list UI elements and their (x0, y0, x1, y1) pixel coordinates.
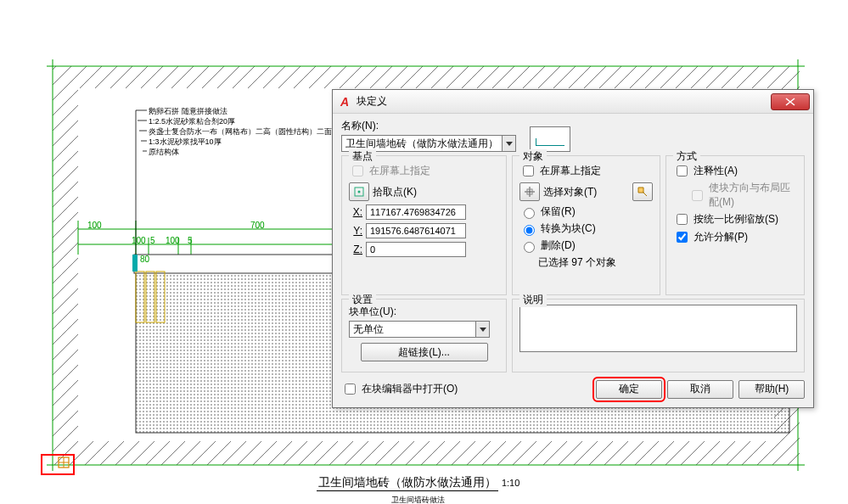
dialog-title: 块定义 (357, 94, 771, 109)
table-icon (58, 456, 70, 468)
selection-count: 已选择 97 个对象 (538, 255, 653, 270)
chk-allow-explode[interactable]: 允许分解(P) (673, 229, 797, 245)
legend-mode: 方式 (673, 149, 700, 164)
unit-select[interactable] (349, 321, 476, 338)
chk-specify-onscreen-base-box[interactable] (352, 165, 363, 176)
chevron-down-icon (506, 142, 513, 146)
cancel-button[interactable]: 取消 (667, 380, 733, 399)
chk-scale-uniform-box[interactable] (677, 214, 688, 225)
name-label: 名称(N): (341, 119, 516, 133)
radio-retain-input[interactable] (524, 208, 535, 219)
quick-select-button[interactable] (632, 182, 653, 201)
chk-annotative[interactable]: 注释性(A) (673, 163, 797, 179)
z-label: Z: (349, 244, 362, 255)
radio-label: 删除(D) (541, 238, 576, 253)
block-definition-dialog: A 块定义 名称(N): 基点 在屏幕上指定 (332, 89, 814, 408)
hyperlink-button[interactable]: 超链接(L)... (361, 343, 488, 361)
drawing-title-sub: 卫生间墙砖做法 (391, 496, 445, 504)
chk-specify-onscreen-obj-box[interactable] (523, 165, 534, 176)
chevron-down-icon (480, 328, 486, 332)
dim: 100 (132, 236, 146, 245)
radio-retain[interactable]: 保留(R) (519, 204, 653, 219)
dim: 80 (140, 255, 149, 264)
y-label: Y: (349, 225, 362, 237)
help-button[interactable]: 帮助(H) (738, 380, 805, 399)
chk-label: 使块方向与布局匹配(M) (709, 181, 797, 210)
svg-point-31 (358, 191, 361, 193)
close-icon (785, 98, 795, 106)
radio-convert-input[interactable] (524, 225, 535, 236)
chk-scale-uniform[interactable]: 按统一比例缩放(S) (673, 211, 797, 227)
dialog-titlebar[interactable]: A 块定义 (333, 90, 813, 114)
chk-specify-onscreen-base[interactable]: 在屏幕上指定 (349, 163, 499, 179)
x-input[interactable] (366, 204, 466, 220)
chk-open-in-editor-box[interactable] (345, 384, 356, 395)
chk-label: 允许分解(P) (694, 230, 748, 244)
z-input[interactable] (366, 242, 466, 257)
chk-match-orientation-box (692, 190, 703, 201)
dim: 700 (250, 221, 265, 230)
x-label: X: (349, 206, 362, 218)
drawing-title: 卫生间墙地砖（做防水做法通用） 1:10 卫生间墙砖做法 (317, 475, 519, 504)
dim: 5 (188, 236, 193, 245)
radio-delete[interactable]: 删除(D) (519, 238, 653, 253)
radio-label: 保留(R) (541, 204, 576, 219)
block-preview (530, 126, 570, 152)
app-icon: A (338, 95, 351, 109)
close-button[interactable] (771, 93, 810, 110)
group-description: 说明 (512, 299, 805, 372)
drawing-title-main: 卫生间墙地砖（做防水做法通用） (317, 475, 498, 491)
quick-select-icon (637, 186, 649, 198)
dim: 100 (87, 221, 102, 230)
chk-open-in-editor[interactable]: 在块编辑器中打开(O) (341, 381, 458, 397)
radio-label: 转换为块(C) (541, 221, 596, 236)
select-objects-icon (524, 186, 536, 198)
y-input[interactable] (366, 223, 466, 238)
group-basepoint: 基点 在屏幕上指定 拾取点(K) X: Y: Z: (341, 155, 507, 295)
drawing-title-scale: 1:10 (502, 478, 519, 488)
chk-label: 注释性(A) (694, 164, 738, 178)
select-objects-button[interactable] (519, 182, 540, 201)
pick-point-label: 拾取点(K) (373, 185, 417, 199)
chk-label: 按统一比例缩放(S) (694, 212, 778, 227)
svg-rect-20 (132, 255, 138, 272)
chk-annotative-box[interactable] (677, 165, 688, 176)
chk-allow-explode-box[interactable] (677, 232, 688, 243)
dim: 5 (150, 236, 155, 245)
group-objects: 对象 在屏幕上指定 选择对象(T) 保留(R) 转换为块(C) 删除(D) (512, 155, 660, 295)
radio-convert[interactable]: 转换为块(C) (519, 221, 653, 236)
chk-specify-onscreen-obj[interactable]: 在屏幕上指定 (519, 163, 653, 179)
dim: 100 (166, 236, 180, 245)
radio-delete-input[interactable] (524, 242, 535, 253)
chk-label: 在屏幕上指定 (369, 164, 430, 178)
description-textarea[interactable] (519, 305, 797, 352)
legend-objects: 对象 (519, 149, 547, 164)
pick-point-button[interactable] (349, 182, 369, 201)
block-name-dropdown[interactable] (503, 135, 516, 152)
chk-match-orientation: 使块方向与布局匹配(M) (688, 181, 797, 210)
unit-dropdown[interactable] (476, 321, 490, 338)
select-objects-label: 选择对象(T) (543, 185, 629, 199)
legend-basepoint: 基点 (349, 149, 376, 164)
chk-label: 在块编辑器中打开(O) (362, 382, 458, 396)
chk-label: 在屏幕上指定 (540, 164, 601, 178)
pick-point-icon (353, 186, 365, 198)
legend-description: 说明 (519, 293, 547, 307)
group-mode: 方式 注释性(A) 使块方向与布局匹配(M) 按统一比例缩放(S) 允许分解(P… (665, 155, 805, 295)
group-settings: 设置 块单位(U): 超链接(L)... (341, 299, 507, 372)
legend-settings: 设置 (349, 293, 376, 307)
ok-button[interactable]: 确定 (596, 380, 662, 399)
